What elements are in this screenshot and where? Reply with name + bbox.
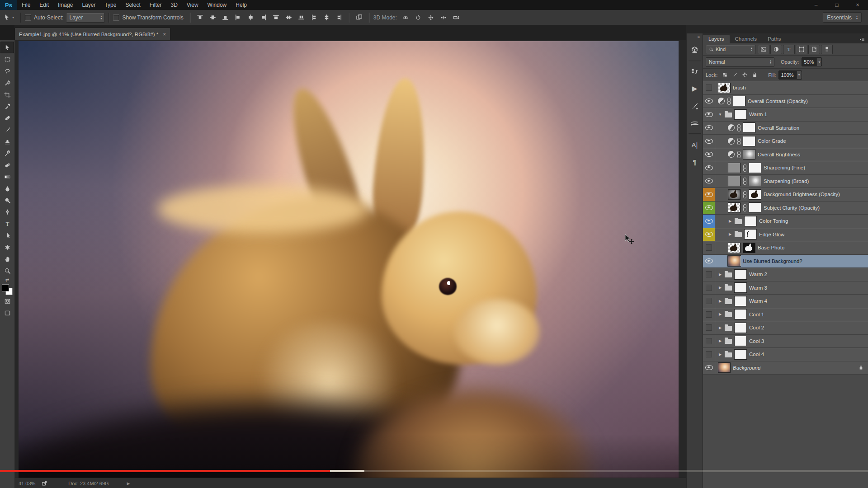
group-collapsed-icon[interactable]: ▶ bbox=[728, 232, 732, 236]
history-brush-tool-icon[interactable] bbox=[0, 147, 14, 159]
canvas-image-rabbit[interactable] bbox=[19, 41, 679, 478]
layer-mask-thumbnail[interactable] bbox=[749, 202, 761, 213]
healing-tool-icon[interactable] bbox=[0, 112, 14, 124]
mask-link-icon[interactable] bbox=[737, 124, 741, 131]
layer-visibility-eye-icon[interactable] bbox=[703, 161, 715, 174]
zoom-level[interactable]: 41.03% bbox=[19, 481, 35, 486]
layer-thumbnail[interactable] bbox=[718, 83, 731, 93]
layer-name[interactable]: Use Blurred Background? bbox=[743, 258, 802, 264]
layer-row[interactable]: Subject Clarity (Opacity) bbox=[703, 202, 868, 215]
layer-mask-thumbnail[interactable] bbox=[743, 243, 755, 253]
distribute-vertical-centers-icon[interactable] bbox=[283, 13, 295, 23]
lasso-tool-icon[interactable] bbox=[0, 65, 14, 77]
layer-row[interactable]: Overall Contrast (Opacity) bbox=[703, 95, 868, 108]
current-tool-badge[interactable]: ▾ bbox=[0, 14, 17, 21]
layer-name[interactable]: Background Brightness (Opacity) bbox=[764, 192, 840, 197]
auto-align-layers-icon[interactable] bbox=[354, 13, 365, 23]
layer-thumbnail[interactable] bbox=[728, 243, 741, 253]
layer-thumbnail[interactable] bbox=[728, 163, 741, 173]
menu-type[interactable]: Type bbox=[100, 2, 121, 8]
menu-layer[interactable]: Layer bbox=[77, 2, 100, 8]
show-transform-checkbox[interactable] bbox=[113, 14, 119, 21]
adjustment-layer-icon[interactable] bbox=[728, 124, 735, 131]
layer-thumbnail[interactable] bbox=[728, 256, 741, 266]
layer-mask-thumbnail[interactable] bbox=[743, 122, 755, 133]
layer-mask-thumbnail[interactable] bbox=[734, 109, 747, 120]
menu-edit[interactable]: Edit bbox=[35, 2, 53, 8]
layer-mask-thumbnail[interactable] bbox=[734, 336, 747, 346]
auto-select-checkbox[interactable] bbox=[25, 14, 31, 21]
panel-tab-channels[interactable]: Channels bbox=[730, 35, 763, 43]
pan-3d-icon[interactable] bbox=[425, 13, 437, 23]
smartobject-filter-icon[interactable] bbox=[808, 45, 820, 54]
eyedropper-tool-icon[interactable] bbox=[0, 100, 14, 112]
export-icon[interactable] bbox=[42, 480, 47, 486]
layer-name[interactable]: Background bbox=[733, 365, 760, 371]
layer-visibility-checkbox[interactable] bbox=[703, 241, 715, 254]
mask-link-icon[interactable] bbox=[743, 177, 746, 185]
menu-select[interactable]: Select bbox=[121, 2, 145, 8]
layer-name[interactable]: brush bbox=[733, 85, 746, 90]
layer-row[interactable]: Overall Saturation bbox=[703, 122, 868, 135]
collapse-panels-icon[interactable]: « bbox=[697, 33, 703, 41]
group-collapsed-icon[interactable]: ▶ bbox=[718, 352, 722, 357]
eraser-tool-icon[interactable] bbox=[0, 159, 14, 171]
minimize-button[interactable]: – bbox=[806, 2, 826, 8]
layer-name[interactable]: Cool 3 bbox=[749, 338, 764, 344]
pen-tool-icon[interactable] bbox=[0, 206, 14, 218]
tab-close-icon[interactable]: × bbox=[163, 31, 166, 38]
blur-tool-icon[interactable] bbox=[0, 183, 14, 194]
auto-select-target-dropdown[interactable]: Layer ▴▾ bbox=[66, 13, 105, 23]
wand-tool-icon[interactable] bbox=[0, 77, 14, 89]
layer-visibility-eye-icon[interactable] bbox=[703, 255, 715, 268]
layer-row[interactable]: Base Photo bbox=[703, 241, 868, 255]
brush-panel-icon[interactable] bbox=[688, 97, 702, 114]
layer-mask-thumbnail[interactable] bbox=[734, 296, 747, 306]
align-vertical-centers-icon[interactable] bbox=[207, 13, 219, 23]
slide-3d-icon[interactable] bbox=[438, 13, 449, 23]
align-top-edges-icon[interactable] bbox=[194, 13, 206, 23]
layer-row[interactable]: ▶Cool 3 bbox=[703, 335, 868, 348]
layer-visibility-checkbox[interactable] bbox=[703, 268, 715, 281]
layer-name[interactable]: Cool 1 bbox=[749, 312, 764, 317]
layer-visibility-eye-icon[interactable] bbox=[703, 215, 715, 228]
layer-mask-thumbnail[interactable] bbox=[743, 136, 755, 146]
layer-row[interactable]: Background bbox=[703, 361, 868, 375]
align-right-edges-icon[interactable] bbox=[258, 13, 269, 23]
layer-row[interactable]: Use Blurred Background? bbox=[703, 255, 868, 268]
foreground-color-swatch[interactable] bbox=[2, 284, 9, 291]
roll-3d-icon[interactable] bbox=[412, 13, 424, 23]
layer-thumbnail[interactable] bbox=[728, 189, 741, 200]
layer-name[interactable]: Edge Glow bbox=[759, 232, 784, 237]
distribute-horizontal-centers-icon[interactable] bbox=[321, 13, 333, 23]
document-tab[interactable]: Example1.jpg @ 41% (Use Blurred Backgrou… bbox=[14, 28, 170, 40]
layer-row[interactable]: ▶Color Toning bbox=[703, 215, 868, 228]
layer-visibility-checkbox[interactable] bbox=[703, 348, 715, 361]
group-expanded-icon[interactable]: ▼ bbox=[718, 113, 722, 117]
layer-mask-thumbnail[interactable] bbox=[744, 229, 757, 239]
layer-visibility-eye-icon[interactable] bbox=[703, 202, 715, 215]
layer-name[interactable]: Overall Contrast (Opacity) bbox=[748, 99, 808, 104]
layer-row[interactable]: Background Brightness (Opacity) bbox=[703, 188, 868, 202]
layer-visibility-checkbox[interactable] bbox=[703, 335, 715, 348]
layer-name[interactable]: Warm 2 bbox=[749, 272, 767, 277]
layer-row[interactable]: ▶Cool 2 bbox=[703, 321, 868, 335]
layer-name[interactable]: Warm 1 bbox=[749, 112, 767, 117]
layer-name[interactable]: Warm 4 bbox=[749, 298, 767, 304]
type-tool-icon[interactable]: T bbox=[0, 218, 14, 230]
character-panel-icon[interactable]: A| bbox=[688, 136, 702, 153]
hand-tool-icon[interactable] bbox=[0, 253, 14, 265]
layer-visibility-eye-icon[interactable] bbox=[703, 361, 715, 375]
panel-menu-icon[interactable] bbox=[859, 37, 865, 43]
menu-help[interactable]: Help bbox=[231, 2, 251, 8]
layer-visibility-eye-icon[interactable] bbox=[703, 148, 715, 161]
layer-mask-thumbnail[interactable] bbox=[749, 189, 761, 200]
move-tool-icon[interactable] bbox=[0, 42, 14, 53]
mask-link-icon[interactable] bbox=[743, 191, 746, 198]
layer-visibility-checkbox[interactable] bbox=[703, 321, 715, 334]
layer-row[interactable]: Overall Brightness bbox=[703, 148, 868, 162]
menu-3d[interactable]: 3D bbox=[166, 2, 182, 8]
lock-pixels-icon[interactable] bbox=[730, 71, 739, 79]
distribute-top-edges-icon[interactable] bbox=[270, 13, 282, 23]
layer-visibility-eye-icon[interactable] bbox=[703, 135, 715, 148]
